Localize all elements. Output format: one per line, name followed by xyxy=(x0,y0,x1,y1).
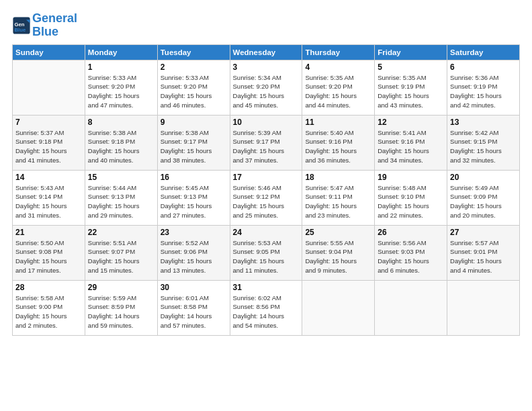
day-cell: 14Sunrise: 5:43 AM Sunset: 9:14 PM Dayli… xyxy=(13,170,85,225)
day-cell: 27Sunrise: 5:57 AM Sunset: 9:01 PM Dayli… xyxy=(447,225,520,280)
day-number: 30 xyxy=(161,283,227,292)
day-info: Sunrise: 5:45 AM Sunset: 9:13 PM Dayligh… xyxy=(161,183,227,220)
day-cell: 11Sunrise: 5:40 AM Sunset: 9:16 PM Dayli… xyxy=(302,115,375,170)
day-number: 24 xyxy=(233,228,300,237)
day-number: 26 xyxy=(378,228,444,237)
day-number: 12 xyxy=(378,118,444,127)
day-number: 22 xyxy=(88,228,154,237)
header-row: SundayMondayTuesdayWednesdayThursdayFrid… xyxy=(13,44,520,60)
col-header-thursday: Thursday xyxy=(302,44,375,60)
day-cell: 23Sunrise: 5:52 AM Sunset: 9:06 PM Dayli… xyxy=(157,225,230,280)
day-number: 17 xyxy=(233,173,300,182)
day-number: 1 xyxy=(88,62,154,72)
day-info: Sunrise: 5:44 AM Sunset: 9:13 PM Dayligh… xyxy=(88,183,154,220)
day-number: 5 xyxy=(378,62,444,72)
day-cell: 28Sunrise: 5:58 AM Sunset: 9:00 PM Dayli… xyxy=(13,280,85,335)
day-info: Sunrise: 5:37 AM Sunset: 9:18 PM Dayligh… xyxy=(15,128,82,165)
calendar-container: Gen Blue GeneralBlue SundayMondayTuesday… xyxy=(0,0,532,411)
day-number: 2 xyxy=(161,62,227,72)
day-info: Sunrise: 5:36 AM Sunset: 9:19 PM Dayligh… xyxy=(450,73,517,110)
svg-text:Blue: Blue xyxy=(15,27,26,33)
col-header-sunday: Sunday xyxy=(13,44,85,60)
day-cell xyxy=(13,60,85,115)
day-cell: 9Sunrise: 5:38 AM Sunset: 9:17 PM Daylig… xyxy=(157,115,230,170)
day-cell: 6Sunrise: 5:36 AM Sunset: 9:19 PM Daylig… xyxy=(447,60,520,115)
day-info: Sunrise: 5:35 AM Sunset: 9:20 PM Dayligh… xyxy=(305,73,371,110)
day-info: Sunrise: 5:46 AM Sunset: 9:12 PM Dayligh… xyxy=(233,183,300,220)
day-cell: 8Sunrise: 5:38 AM Sunset: 9:18 PM Daylig… xyxy=(85,115,157,170)
day-number: 23 xyxy=(161,228,227,237)
day-number: 15 xyxy=(88,173,154,182)
day-info: Sunrise: 5:38 AM Sunset: 9:17 PM Dayligh… xyxy=(161,128,227,165)
day-number: 29 xyxy=(88,283,154,292)
day-number: 7 xyxy=(15,118,82,127)
day-info: Sunrise: 5:48 AM Sunset: 9:10 PM Dayligh… xyxy=(378,183,444,220)
week-row: 7Sunrise: 5:37 AM Sunset: 9:18 PM Daylig… xyxy=(13,115,520,170)
day-info: Sunrise: 5:59 AM Sunset: 8:59 PM Dayligh… xyxy=(88,293,154,330)
day-cell xyxy=(375,280,447,335)
day-info: Sunrise: 5:34 AM Sunset: 9:20 PM Dayligh… xyxy=(233,73,300,110)
col-header-tuesday: Tuesday xyxy=(157,44,230,60)
day-info: Sunrise: 5:57 AM Sunset: 9:01 PM Dayligh… xyxy=(450,238,517,275)
day-number: 25 xyxy=(305,228,371,237)
day-number: 28 xyxy=(15,283,82,292)
day-number: 18 xyxy=(305,173,371,182)
day-info: Sunrise: 5:55 AM Sunset: 9:04 PM Dayligh… xyxy=(305,238,371,275)
logo: Gen Blue GeneralBlue xyxy=(12,12,77,39)
day-cell: 26Sunrise: 5:56 AM Sunset: 9:03 PM Dayli… xyxy=(375,225,447,280)
day-number: 16 xyxy=(161,173,227,182)
day-info: Sunrise: 5:51 AM Sunset: 9:07 PM Dayligh… xyxy=(88,238,154,275)
day-cell xyxy=(447,280,520,335)
week-row: 21Sunrise: 5:50 AM Sunset: 9:08 PM Dayli… xyxy=(13,225,520,280)
day-cell xyxy=(302,280,375,335)
day-cell: 3Sunrise: 5:34 AM Sunset: 9:20 PM Daylig… xyxy=(230,60,302,115)
day-info: Sunrise: 5:49 AM Sunset: 9:09 PM Dayligh… xyxy=(450,183,517,220)
day-cell: 19Sunrise: 5:48 AM Sunset: 9:10 PM Dayli… xyxy=(375,170,447,225)
logo-icon: Gen Blue xyxy=(12,16,31,35)
day-cell: 31Sunrise: 6:02 AM Sunset: 8:56 PM Dayli… xyxy=(230,280,302,335)
day-cell: 7Sunrise: 5:37 AM Sunset: 9:18 PM Daylig… xyxy=(13,115,85,170)
day-info: Sunrise: 6:02 AM Sunset: 8:56 PM Dayligh… xyxy=(233,293,300,330)
week-row: 1Sunrise: 5:33 AM Sunset: 9:20 PM Daylig… xyxy=(13,60,520,115)
day-number: 13 xyxy=(450,118,517,127)
day-info: Sunrise: 5:47 AM Sunset: 9:11 PM Dayligh… xyxy=(305,183,371,220)
col-header-monday: Monday xyxy=(85,44,157,60)
calendar-table: SundayMondayTuesdayWednesdayThursdayFrid… xyxy=(12,44,520,336)
day-info: Sunrise: 5:42 AM Sunset: 9:15 PM Dayligh… xyxy=(450,128,517,165)
day-cell: 4Sunrise: 5:35 AM Sunset: 9:20 PM Daylig… xyxy=(302,60,375,115)
day-info: Sunrise: 5:33 AM Sunset: 9:20 PM Dayligh… xyxy=(161,73,227,110)
day-info: Sunrise: 5:39 AM Sunset: 9:17 PM Dayligh… xyxy=(233,128,300,165)
day-info: Sunrise: 5:58 AM Sunset: 9:00 PM Dayligh… xyxy=(15,293,82,330)
day-cell: 2Sunrise: 5:33 AM Sunset: 9:20 PM Daylig… xyxy=(157,60,230,115)
week-row: 14Sunrise: 5:43 AM Sunset: 9:14 PM Dayli… xyxy=(13,170,520,225)
day-info: Sunrise: 5:38 AM Sunset: 9:18 PM Dayligh… xyxy=(88,128,154,165)
day-cell: 21Sunrise: 5:50 AM Sunset: 9:08 PM Dayli… xyxy=(13,225,85,280)
day-number: 31 xyxy=(233,283,300,292)
day-number: 19 xyxy=(378,173,444,182)
logo-text: GeneralBlue xyxy=(32,12,77,39)
day-number: 14 xyxy=(15,173,82,182)
day-number: 27 xyxy=(450,228,517,237)
day-cell: 1Sunrise: 5:33 AM Sunset: 9:20 PM Daylig… xyxy=(85,60,157,115)
day-number: 10 xyxy=(233,118,300,127)
day-number: 21 xyxy=(15,228,82,237)
day-cell: 5Sunrise: 5:35 AM Sunset: 9:19 PM Daylig… xyxy=(375,60,447,115)
day-info: Sunrise: 5:53 AM Sunset: 9:05 PM Dayligh… xyxy=(233,238,300,275)
day-cell: 18Sunrise: 5:47 AM Sunset: 9:11 PM Dayli… xyxy=(302,170,375,225)
header: Gen Blue GeneralBlue xyxy=(12,12,520,39)
day-info: Sunrise: 6:01 AM Sunset: 8:58 PM Dayligh… xyxy=(161,293,227,330)
day-info: Sunrise: 5:40 AM Sunset: 9:16 PM Dayligh… xyxy=(305,128,371,165)
day-number: 6 xyxy=(450,62,517,72)
day-cell: 15Sunrise: 5:44 AM Sunset: 9:13 PM Dayli… xyxy=(85,170,157,225)
day-number: 4 xyxy=(305,62,371,72)
day-cell: 29Sunrise: 5:59 AM Sunset: 8:59 PM Dayli… xyxy=(85,280,157,335)
day-number: 11 xyxy=(305,118,371,127)
day-number: 8 xyxy=(88,118,154,127)
day-cell: 13Sunrise: 5:42 AM Sunset: 9:15 PM Dayli… xyxy=(447,115,520,170)
day-info: Sunrise: 5:35 AM Sunset: 9:19 PM Dayligh… xyxy=(378,73,444,110)
day-info: Sunrise: 5:33 AM Sunset: 9:20 PM Dayligh… xyxy=(88,73,154,110)
day-number: 20 xyxy=(450,173,517,182)
day-info: Sunrise: 5:41 AM Sunset: 9:16 PM Dayligh… xyxy=(378,128,444,165)
day-info: Sunrise: 5:50 AM Sunset: 9:08 PM Dayligh… xyxy=(15,238,82,275)
day-cell: 20Sunrise: 5:49 AM Sunset: 9:09 PM Dayli… xyxy=(447,170,520,225)
